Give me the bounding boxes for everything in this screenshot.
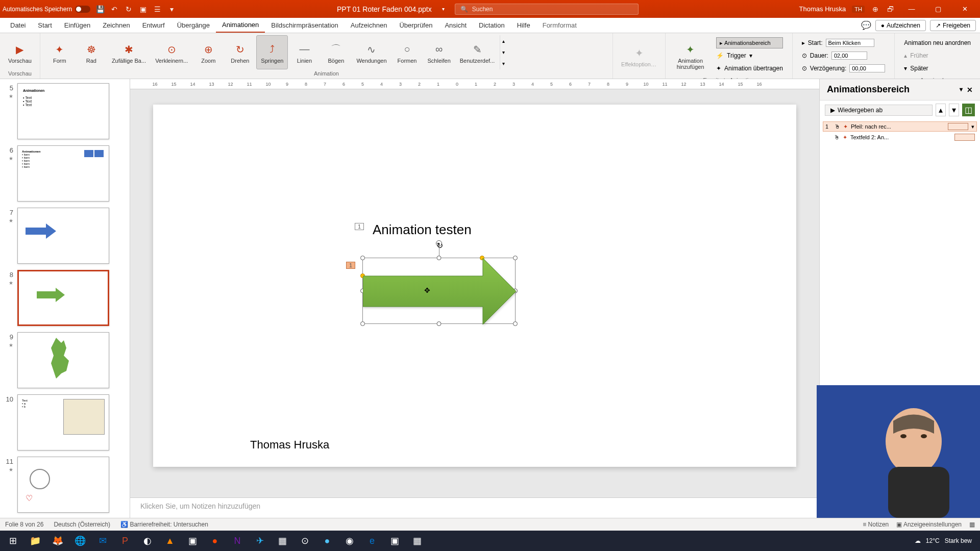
app-icon-9[interactable]: ▦ [407, 531, 427, 550]
slide-thumbnails[interactable]: 5★Animationen• Text• Text• Text6★Animati… [0, 79, 130, 518]
anim-drehen[interactable]: ↻Drehen [225, 35, 255, 69]
thumbnail-10[interactable]: 10Text• a• b [2, 394, 125, 450]
tab-start[interactable]: Start [32, 18, 58, 32]
thumbnail-7[interactable]: 7★ [2, 208, 125, 264]
move-down-icon[interactable]: ▾ [949, 104, 959, 116]
add-animation-button[interactable]: ✦ Animation hinzufügen [670, 35, 711, 76]
tab-datei[interactable]: Datei [4, 18, 32, 32]
save-icon[interactable]: 💾 [95, 5, 105, 14]
vlc-icon[interactable]: ▲ [160, 531, 180, 550]
tab-hilfe[interactable]: Hilfe [511, 18, 536, 32]
later-button[interactable]: ▾ Später [904, 63, 971, 74]
display-settings-button[interactable]: ▣ Anzeigeeinstellungen [896, 521, 962, 528]
redo-icon[interactable]: ↻ [124, 5, 133, 14]
animation-tag-1[interactable]: 1 [355, 223, 364, 230]
start-button[interactable]: ⊞ [3, 531, 22, 550]
anim-schleifen[interactable]: ∞Schleifen [424, 35, 455, 69]
touch-icon[interactable]: ☰ [153, 5, 162, 14]
username[interactable]: Thomas Hruska [799, 5, 846, 13]
preview-button[interactable]: ▶ Vorschau [4, 35, 36, 69]
anim-bgen[interactable]: ⌒Bögen [321, 35, 351, 69]
connect-icon[interactable]: 🗗 [886, 5, 895, 14]
anim-benutzerdef[interactable]: ✎Benutzerdef... [456, 35, 499, 69]
outlook-icon[interactable]: ✉ [93, 531, 112, 550]
anim-linien[interactable]: —Linien [289, 35, 320, 69]
animation-tag-2[interactable]: 1 [346, 262, 355, 269]
start-dropdown[interactable] [826, 39, 874, 47]
app-icon-3[interactable]: ● [205, 531, 225, 550]
thumbnail-8[interactable]: 8★ [2, 270, 125, 326]
search-input[interactable]: 🔍 Suchen [455, 4, 639, 15]
thumbnail-11[interactable]: 11★♡ [2, 457, 125, 513]
arrow-shape[interactable] [363, 258, 516, 324]
anim-zoom[interactable]: ⊕Zoom [193, 35, 224, 69]
close-button[interactable]: ✕ [954, 2, 975, 17]
anim-rad[interactable]: ☸Rad [76, 35, 107, 69]
tab-formformat[interactable]: Formformat [536, 18, 583, 32]
tab-zeichnen[interactable]: Zeichnen [96, 18, 136, 32]
duration-input[interactable] [831, 52, 867, 60]
app-icon-5[interactable]: ⊙ [295, 531, 314, 550]
undo-icon[interactable]: ↶ [110, 5, 119, 14]
trigger-button[interactable]: ⚡ Trigger ▾ [716, 50, 783, 61]
language-button[interactable]: Deutsch (Österreich) [54, 521, 110, 528]
accessibility-button[interactable]: ♿ Barrierefreiheit: Untersuchen [120, 521, 208, 528]
app-icon-1[interactable]: ◐ [138, 531, 157, 550]
tab-ueberpruefen[interactable]: Überprüfen [393, 18, 438, 32]
gallery-up-icon[interactable]: ▴ [502, 38, 505, 44]
timeline-icon[interactable]: ◫ [962, 104, 975, 116]
delay-input[interactable] [849, 64, 885, 72]
tab-aufzeichnen[interactable]: Aufzeichnen [345, 18, 394, 32]
weather-icon[interactable]: ☁ [915, 537, 921, 544]
transfer-button[interactable]: ✦ Animation übertragen [716, 63, 783, 74]
thumbnail-5[interactable]: 5★Animationen• Text• Text• Text [2, 83, 125, 139]
view-normal-icon[interactable]: ▦ [969, 521, 975, 528]
autosave-toggle[interactable]: Automatisches Speichern [3, 6, 90, 13]
slide-editor[interactable]: 1 Animation testen 1 ↻ [130, 89, 819, 497]
thumbnail-9[interactable]: 9★ [2, 332, 125, 388]
thumbnail-6[interactable]: 6★Animationen • item• item• item• item• … [2, 145, 125, 202]
anim-zuflligeba[interactable]: ✱Zufällige Ba... [108, 35, 150, 69]
onenote-icon[interactable]: N [228, 531, 247, 550]
anim-verkleinern[interactable]: ⊙Verkleinern... [151, 35, 192, 69]
tab-animationen[interactable]: Animationen [216, 18, 265, 33]
comments-icon[interactable]: 💬 [861, 20, 871, 30]
slide-canvas[interactable]: 1 Animation testen 1 ↻ [153, 105, 796, 467]
close-pane-icon[interactable]: ✕ [967, 86, 973, 94]
anim-form[interactable]: ✦Form [44, 35, 75, 69]
chrome-icon[interactable]: 🌐 [70, 531, 90, 550]
app-icon-4[interactable]: ▦ [273, 531, 292, 550]
gallery-down-icon[interactable]: ▾ [502, 49, 505, 55]
anim-wendungen[interactable]: ∿Wendungen [352, 35, 390, 69]
telegram-icon[interactable]: ✈ [250, 531, 270, 550]
filename[interactable]: PPT 01 Roter Faden 004.pptx [337, 5, 432, 13]
tab-entwurf[interactable]: Entwurf [136, 18, 171, 32]
user-avatar[interactable]: TH [852, 6, 865, 13]
chevron-down-icon[interactable]: ▾ [960, 86, 963, 94]
weather-text[interactable]: Stark bew [945, 537, 972, 544]
filename-dropdown-icon[interactable]: ▾ [442, 6, 445, 12]
firefox-icon[interactable]: 🦊 [48, 531, 67, 550]
tab-bildschirm[interactable]: Bildschirmpräsentation [265, 18, 345, 32]
gallery-more-icon[interactable]: ▾ [502, 61, 505, 66]
share-button[interactable]: ↗ Freigeben [930, 20, 976, 31]
sync-icon[interactable]: ⊕ [871, 5, 880, 14]
slide-title[interactable]: Animation testen [373, 222, 472, 238]
tab-einfuegen[interactable]: Einfügen [58, 18, 96, 32]
anim-springen[interactable]: ⤴Springen [256, 35, 288, 69]
powerpoint-icon[interactable]: P [115, 531, 135, 550]
notes-input[interactable]: Klicken Sie, um Notizen hinzuzufügen [130, 497, 819, 518]
tab-dictation[interactable]: Dictation [473, 18, 511, 32]
maximize-button[interactable]: ▢ [928, 2, 948, 17]
tab-ansicht[interactable]: Ansicht [438, 18, 473, 32]
anim-formen[interactable]: ○Formen [392, 35, 423, 69]
animation-pane-button[interactable]: ▸ Animationsbereich [716, 37, 783, 48]
qat-more-icon[interactable]: ▾ [167, 5, 176, 14]
app-icon-2[interactable]: ▣ [183, 531, 202, 550]
record-button[interactable]: ● Aufzeichnen [875, 20, 926, 31]
slide-footer[interactable]: Thomas Hruska [250, 438, 329, 452]
app-icon-8[interactable]: ▣ [385, 531, 404, 550]
app-icon-6[interactable]: ● [317, 531, 337, 550]
explorer-icon[interactable]: 📁 [26, 531, 45, 550]
tab-uebergaenge[interactable]: Übergänge [171, 18, 216, 32]
